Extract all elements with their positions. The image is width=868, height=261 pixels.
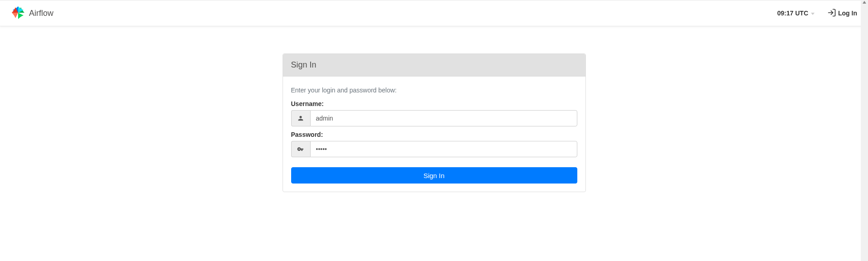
username-input-group [291, 110, 577, 126]
clock-text: 09:17 UTC [777, 10, 808, 17]
panel-body: Enter your login and password below: Use… [283, 77, 585, 192]
key-icon [291, 141, 310, 157]
panel-heading: Sign In [283, 54, 585, 77]
signin-panel: Sign In Enter your login and password be… [283, 53, 586, 192]
username-group: Username: [291, 100, 577, 126]
clock-dropdown[interactable]: 09:17 UTC [777, 10, 815, 17]
navbar-right: 09:17 UTC Log In [777, 8, 857, 19]
user-icon [291, 110, 310, 126]
scroll-up-icon [863, 1, 866, 4]
password-input-group [291, 141, 577, 157]
brand-link[interactable]: Airflow [11, 5, 53, 21]
username-input[interactable] [310, 110, 577, 126]
main-container: Sign In Enter your login and password be… [276, 53, 593, 192]
caret-down-icon [811, 13, 815, 15]
login-link-text: Log In [838, 10, 857, 17]
login-icon [827, 8, 836, 19]
brand-text: Airflow [29, 9, 53, 18]
airflow-logo-icon [11, 5, 25, 21]
navbar: Airflow 09:17 UTC Log In [0, 0, 868, 26]
panel-title: Sign In [291, 60, 577, 70]
password-label: Password: [291, 131, 577, 138]
username-label: Username: [291, 100, 577, 107]
login-link[interactable]: Log In [827, 8, 857, 19]
password-input[interactable] [310, 141, 577, 157]
signin-button[interactable]: Sign In [291, 167, 577, 184]
help-text: Enter your login and password below: [291, 87, 577, 94]
password-group: Password: [291, 131, 577, 157]
scrollbar-track[interactable] [861, 0, 868, 192]
